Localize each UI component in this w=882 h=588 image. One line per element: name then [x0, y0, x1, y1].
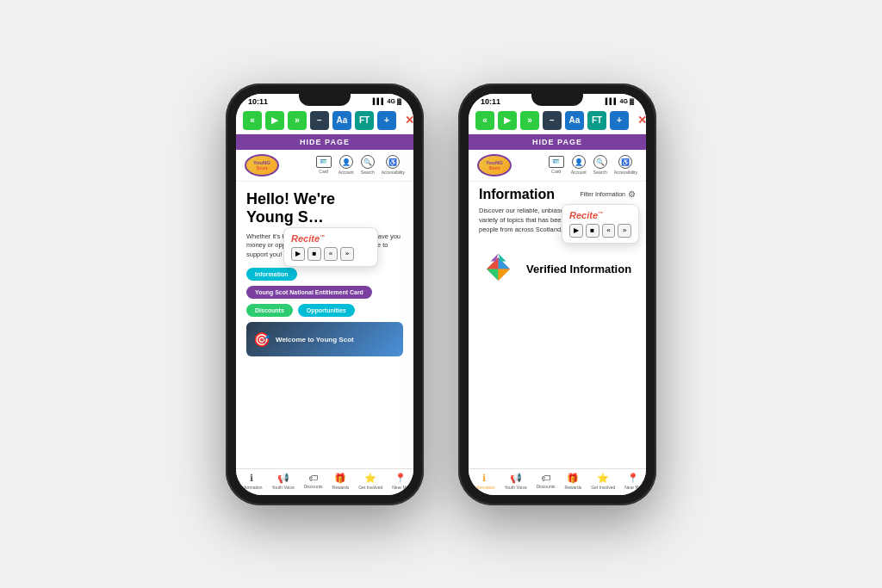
btn-nec-1[interactable]: Young Scot National Entitlement Card	[246, 286, 372, 299]
nav-accessibility-1[interactable]: ♿ Accessibility	[382, 155, 405, 175]
search-icon-1: 🔍	[361, 155, 375, 169]
filter-icon-2: ⚙	[628, 189, 636, 199]
nav-account-1[interactable]: 👤 Account	[339, 155, 354, 175]
signal-icon-1: ▌▌▌	[373, 98, 386, 104]
bottom-nav-nearme-1[interactable]: 📍 Near Me	[392, 473, 408, 490]
nav-search-2[interactable]: 🔍 Search	[593, 155, 607, 175]
toolbar-aa-btn-1[interactable]: Aa	[332, 111, 351, 130]
recite-stop-btn-1[interactable]: ■	[307, 247, 321, 261]
recite-forward-btn-1[interactable]: »	[340, 247, 354, 261]
toolbar-minus-btn-2[interactable]: −	[543, 111, 562, 130]
recite-play-btn-2[interactable]: ▶	[569, 224, 583, 238]
discounts-nav-icon-1: 🏷	[308, 473, 318, 483]
network-icon-1: 4G	[388, 98, 395, 104]
toolbar-forward-btn-2[interactable]: »	[520, 111, 539, 130]
status-time-2: 10:11	[481, 97, 500, 106]
search-icon-2: 🔍	[593, 155, 607, 169]
bottom-nav-youthvoice-2[interactable]: 📢 Youth Voice	[504, 473, 526, 490]
bottom-nav-discounts-2[interactable]: 🏷 Discounts	[537, 473, 556, 490]
cta-buttons-row1-1: Information Young Scot National Entitlem…	[246, 268, 403, 299]
getinvolved-nav-icon-2: ⭐	[597, 473, 609, 484]
recite-logo-2: Recite™	[569, 210, 631, 220]
phone-notch-2	[531, 94, 583, 106]
accessibility-icon-2: ♿	[618, 155, 632, 169]
toolbar-ft-btn-2[interactable]: FT	[587, 111, 606, 130]
toolbar-forward-btn-1[interactable]: »	[288, 111, 307, 130]
bottom-nav-nearme-2[interactable]: 📍 Near Me	[624, 473, 641, 490]
phone-2: 10:11 ▌▌▌ 4G ▓ « ▶ » − Aa FT + ✕ HID	[458, 84, 656, 505]
verified-section-2: Verified Information	[469, 241, 646, 297]
filter-section-2[interactable]: Filter Information ⚙	[580, 189, 636, 199]
btn-opportunities-1[interactable]: Opportunities	[298, 304, 355, 317]
rewards-nav-icon-2: 🎁	[567, 473, 579, 484]
discounts-nav-icon-2: 🏷	[541, 473, 550, 483]
toolbar-rewind-btn-2[interactable]: «	[475, 111, 494, 130]
account-icon-2: 👤	[572, 155, 586, 169]
app-header-1: YouNG Scot 🪪 Card 👤 Account 🔍	[236, 150, 413, 182]
hide-page-bar-2[interactable]: HIDE PAGE	[469, 134, 646, 150]
toolbar-aa-btn-2[interactable]: Aa	[565, 111, 584, 130]
status-icons-1: ▌▌▌ 4G ▓	[373, 98, 401, 104]
bottom-nav-youthvoice-1[interactable]: 📢 Youth Voice	[271, 473, 294, 490]
app-nav-icons-1: 🪪 Card 👤 Account 🔍 Search ♿ Accessibilit…	[316, 155, 405, 175]
phone-2-screen: 10:11 ▌▌▌ 4G ▓ « ▶ » − Aa FT + ✕ HID	[469, 94, 646, 495]
verified-logo-icon-2	[479, 250, 518, 288]
bottom-nav-1: ℹ Information 📢 Youth Voice 🏷 Discounts …	[236, 468, 413, 495]
battery-icon-1: ▓	[397, 98, 401, 104]
battery-icon-2: ▓	[630, 98, 634, 104]
nearme-nav-icon-2: 📍	[627, 473, 639, 484]
recite-toolbar-2: « ▶ » − Aa FT + ✕	[469, 108, 646, 134]
bottom-nav-getinvolved-2[interactable]: ⭐ Get Involved	[591, 473, 615, 490]
cta-buttons-row2-1: Discounts Opportunities	[246, 304, 403, 317]
logo-scot: Scot	[256, 165, 267, 170]
hero-title-1: Hello! We'reYoung S…	[246, 190, 403, 227]
nav-account-2[interactable]: 👤 Account	[571, 155, 587, 175]
information-nav-icon-2: ℹ	[482, 473, 486, 484]
toolbar-minus-btn-1[interactable]: −	[310, 111, 329, 130]
recite-stop-btn-2[interactable]: ■	[586, 224, 599, 238]
btn-information-1[interactable]: Information	[246, 268, 297, 281]
toolbar-play-btn-1[interactable]: ▶	[265, 111, 284, 130]
phone-1-screen: 10:11 ▌▌▌ 4G ▓ « ▶ » − Aa FT + ✕ HID	[236, 94, 413, 495]
recite-forward-btn-2[interactable]: »	[618, 224, 631, 238]
network-icon-2: 4G	[620, 98, 628, 104]
logo-scot-2: Scot	[488, 165, 500, 170]
youthvoice-nav-icon-1: 📢	[277, 473, 289, 484]
toolbar-ft-btn-1[interactable]: FT	[355, 111, 374, 130]
bottom-nav-information-2[interactable]: ℹ Information	[473, 473, 494, 490]
nav-accessibility-2[interactable]: ♿ Accessibility	[614, 155, 637, 175]
toolbar-close-btn-1[interactable]: ✕	[400, 111, 413, 130]
getinvolved-nav-icon-1: ⭐	[364, 473, 376, 484]
recite-rewind-btn-1[interactable]: «	[324, 247, 338, 261]
recite-play-btn-1[interactable]: ▶	[291, 247, 305, 261]
toolbar-rewind-btn-1[interactable]: «	[243, 111, 262, 130]
toolbar-play-btn-2[interactable]: ▶	[498, 111, 517, 130]
toolbar-plus-btn-2[interactable]: +	[610, 111, 629, 130]
nearme-nav-icon-1: 📍	[394, 473, 407, 484]
recite-rewind-btn-2[interactable]: «	[602, 224, 616, 238]
bottom-nav-2: ℹ Information 📢 Youth Voice 🏷 Discounts …	[469, 468, 646, 495]
nav-card-1[interactable]: 🪪 Card	[316, 156, 332, 174]
info-page-title-2: Information	[479, 187, 555, 202]
nav-card-2[interactable]: 🪪 Card	[549, 156, 564, 174]
recite-widget-1: Recite™ ▶ ■ « »	[283, 227, 378, 267]
hide-page-bar-1[interactable]: HIDE PAGE	[236, 134, 413, 150]
phone-1: 10:11 ▌▌▌ 4G ▓ « ▶ » − Aa FT + ✕ HID	[226, 84, 424, 505]
filter-label-2: Filter Information	[580, 191, 625, 197]
info-page-header-2: Information Filter Information ⚙	[469, 182, 646, 206]
bottom-nav-rewards-2[interactable]: 🎁 Rewards	[565, 473, 582, 490]
toolbar-close-btn-2[interactable]: ✕	[632, 111, 646, 130]
rewards-nav-icon-1: 🎁	[334, 473, 346, 484]
phone-notch	[299, 94, 351, 106]
toolbar-plus-btn-1[interactable]: +	[377, 111, 396, 130]
nav-search-1[interactable]: 🔍 Search	[361, 155, 375, 175]
signal-icon-2: ▌▌▌	[606, 98, 618, 104]
bottom-nav-rewards-1[interactable]: 🎁 Rewards	[332, 473, 350, 490]
btn-discounts-1[interactable]: Discounts	[246, 304, 293, 317]
bottom-nav-information-1[interactable]: ℹ Information	[240, 473, 262, 490]
card-icon-1: 🪪	[316, 156, 332, 168]
accessibility-icon-1: ♿	[386, 155, 400, 169]
bottom-nav-discounts-1[interactable]: 🏷 Discounts	[304, 473, 323, 490]
young-scot-logo-1: YouNG Scot	[245, 154, 279, 176]
bottom-nav-getinvolved-1[interactable]: ⭐ Get Involved	[358, 473, 382, 490]
